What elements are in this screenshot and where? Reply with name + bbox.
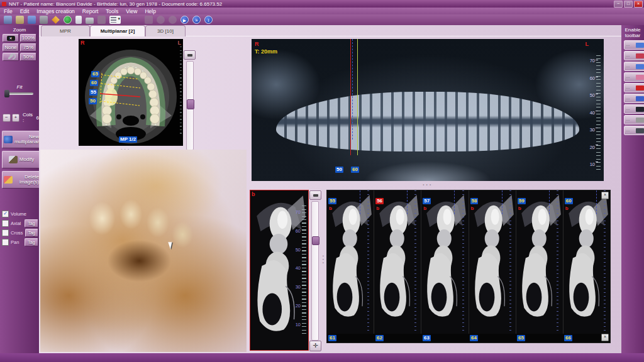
delete-icon: [4, 176, 13, 184]
open-icon[interactable]: [16, 16, 24, 24]
menu-images-creation[interactable]: Images creation: [36, 8, 74, 14]
layout-grid-icon[interactable]: [109, 16, 121, 24]
cross-scrollbar[interactable]: [311, 201, 319, 341]
cols-plus-button[interactable]: +: [12, 114, 20, 122]
zoom-100-button[interactable]: 100%: [20, 34, 36, 42]
toolbar-toggle-7[interactable]: ⋯: [624, 104, 644, 114]
menu-report[interactable]: Report: [82, 8, 99, 14]
slice-thumbnail[interactable]: 60 b: [564, 190, 610, 334]
cross-pan-button[interactable]: ✛: [309, 341, 321, 351]
cross-tag-button[interactable]: Tag: [25, 229, 38, 237]
toolbar-toggle-9[interactable]: ⋯: [624, 126, 644, 135]
cursor-position-label: 50: [335, 167, 343, 173]
vertical-splitter-handle[interactable]: ···: [319, 255, 326, 265]
menu-edit[interactable]: Edit: [20, 8, 30, 14]
zoom-75-button[interactable]: 75%: [20, 43, 36, 52]
cross-ruler: 706050 403020 10: [293, 209, 301, 327]
slice-number-next-row: 65: [517, 335, 525, 341]
axial-view[interactable]: R L 65 60 55 50 MP 1/2: [79, 39, 183, 146]
volume-3d-view[interactable]: [40, 150, 247, 352]
orientation-tool-icon[interactable]: [52, 16, 60, 24]
cross-scroll-collapse-button[interactable]: [309, 190, 321, 200]
zoom-none-button[interactable]: None: [3, 43, 19, 52]
slice-line-label: 60: [90, 80, 98, 86]
slice-cursor-line-green[interactable]: [357, 39, 358, 155]
toolbar-toggle-8[interactable]: ⋯: [624, 115, 644, 124]
modify-icon: [9, 156, 18, 163]
axial-tag-button[interactable]: Tag: [25, 219, 38, 228]
pan-checkbox[interactable]: [2, 239, 9, 246]
enable-toolbar-panel: Enable toolbar ⋯ ⋯ ⋯ ⋯ ⋯ ⋯ ⋯ ⋯ ⋯: [621, 25, 644, 353]
axial-checkbox[interactable]: [2, 220, 9, 227]
close-button[interactable]: ×: [634, 1, 643, 8]
print-icon[interactable]: [86, 18, 94, 24]
slice-number: 55: [328, 198, 336, 204]
menu-file[interactable]: File: [4, 8, 13, 14]
toggle-icon: [636, 43, 644, 48]
fit-slider[interactable]: [6, 92, 33, 95]
slice-thumbnail[interactable]: 57 b: [421, 190, 468, 334]
slice-thumbnail[interactable]: 55 b: [327, 190, 374, 334]
app-logo-icon: [2, 2, 6, 6]
slice-line-label: 65: [91, 71, 99, 77]
slice-cursor-band: [352, 39, 357, 140]
capture-icon[interactable]: [40, 16, 48, 24]
axial-scrollbar[interactable]: [186, 61, 194, 150]
maximize-button[interactable]: □: [624, 1, 633, 8]
menu-view[interactable]: View: [126, 8, 137, 14]
minimize-button[interactable]: −: [614, 1, 623, 8]
zoom-section-title: Zoom: [0, 27, 39, 33]
cols-minus-button[interactable]: −: [3, 114, 11, 122]
grid-close-icon-bottom[interactable]: ×: [601, 334, 609, 341]
slice-line-label: 50: [89, 98, 97, 104]
orientation-marker: b: [252, 191, 255, 197]
tab-3d[interactable]: 3D [10]: [145, 25, 186, 36]
menu-tools[interactable]: Tools: [106, 8, 118, 14]
save-icon[interactable]: [4, 16, 12, 24]
export-icon[interactable]: [28, 16, 36, 24]
zoom-tool-button[interactable]: [3, 53, 19, 61]
zoom-window-button[interactable]: ✕: [3, 34, 19, 42]
orientation-right-marker: R: [255, 41, 259, 47]
cross-checkbox[interactable]: [2, 229, 9, 236]
modify-button[interactable]: Modify: [2, 151, 41, 168]
tab-mpr[interactable]: MPR: [41, 25, 90, 36]
axial-ruler: [180, 47, 182, 136]
slice-thumbnail[interactable]: 58 b: [469, 190, 516, 334]
volume-checkbox[interactable]: ✓: [2, 211, 9, 217]
toolbar-toggle-4[interactable]: ⋯: [624, 72, 644, 82]
slice-thumbnail[interactable]: 59 b: [516, 190, 563, 334]
new-multiplanar-button[interactable]: New multiplanar: [2, 131, 41, 148]
grid-close-icon[interactable]: ×: [601, 192, 609, 199]
play-icon[interactable]: ▶: [180, 16, 189, 24]
slice-number: 60: [565, 198, 573, 204]
placeholder-icon[interactable]: [97, 16, 106, 24]
tab-multiplanar[interactable]: Multiplanar [2]: [90, 25, 145, 36]
zoom-50-button[interactable]: 50%: [20, 53, 36, 61]
fit-slider-thumb[interactable]: [4, 90, 9, 97]
skip-end-icon[interactable]: »: [192, 16, 201, 24]
nnt-application-window: NNT - Patient name: Bianconi Davide - Bi…: [0, 0, 644, 362]
info-icon[interactable]: i: [204, 16, 213, 24]
toolbar-toggle-3[interactable]: ⋯: [624, 62, 644, 71]
toolbar-toggle-1[interactable]: ⋯: [624, 40, 644, 50]
menu-help[interactable]: Help: [145, 8, 155, 14]
toolbar-toggle-6[interactable]: ⋯: [624, 94, 644, 103]
splitter-handle[interactable]: ···: [423, 184, 433, 187]
orientation-marker: b: [518, 206, 521, 211]
orientation-marker: b: [329, 206, 332, 211]
slice-thumbnail-selected[interactable]: 56 b: [374, 190, 421, 334]
new-document-icon[interactable]: [75, 16, 82, 24]
toolbar-toggle-2[interactable]: ⋯: [624, 51, 644, 60]
toolbar-toggle-5[interactable]: ⋯: [624, 83, 644, 92]
slice-cursor-line-red[interactable]: [350, 39, 351, 155]
delete-images-button[interactable]: Delete image(s): [2, 171, 41, 189]
cross-section-view[interactable]: b 706050 403020 10: [250, 190, 308, 350]
axial-scrollbar-thumb[interactable]: [187, 99, 194, 109]
pan-checkbox-label: Pan: [11, 239, 19, 245]
axial-scroll-collapse-button[interactable]: [184, 50, 196, 60]
refresh-icon[interactable]: [64, 16, 72, 24]
pan-tag-button[interactable]: Tag: [25, 238, 38, 246]
panoramic-view[interactable]: R L T: 20mm 706050 403020 10 50 60: [252, 39, 604, 181]
cross-scrollbar-thumb[interactable]: [312, 236, 319, 245]
